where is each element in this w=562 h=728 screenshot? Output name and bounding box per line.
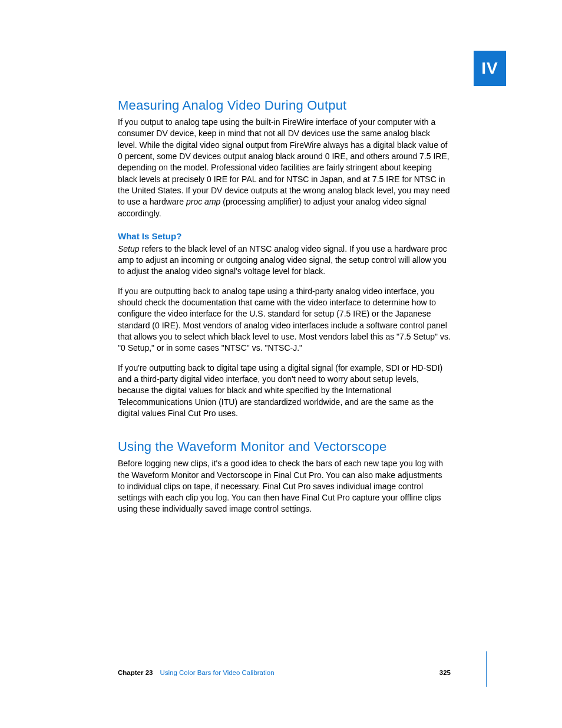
- heading-waveform: Using the Waveform Monitor and Vectorsco…: [118, 439, 451, 454]
- para-sub-p1: Setup refers to the black level of an NT…: [118, 243, 451, 278]
- heading-measuring-analog: Measuring Analog Video During Output: [118, 98, 451, 113]
- part-tab: IV: [474, 51, 506, 86]
- footer-title: Using Color Bars for Video Calibration: [160, 669, 274, 676]
- para-s2p1: Before logging new clips, it's a good id…: [118, 458, 451, 515]
- em-proc-amp: proc amp: [186, 197, 220, 206]
- footer-page-number: 325: [439, 669, 451, 676]
- em-setup: Setup: [118, 244, 140, 253]
- thumb-rule: [486, 651, 487, 687]
- text: If you output to analog tape using the b…: [118, 117, 449, 206]
- heading-what-is-setup: What Is Setup?: [118, 231, 451, 241]
- para-s1p1: If you output to analog tape using the b…: [118, 117, 451, 219]
- text: refers to the black level of an NTSC ana…: [118, 244, 447, 276]
- page-content: Measuring Analog Video During Output If …: [118, 98, 451, 523]
- page-footer: Chapter 23 Using Color Bars for Video Ca…: [118, 669, 451, 676]
- para-sub-p3: If you're outputting back to digital tap…: [118, 363, 451, 420]
- para-sub-p2: If you are outputting back to analog tap…: [118, 286, 451, 354]
- footer-left: Chapter 23 Using Color Bars for Video Ca…: [118, 669, 275, 676]
- footer-chapter: Chapter 23: [118, 669, 153, 676]
